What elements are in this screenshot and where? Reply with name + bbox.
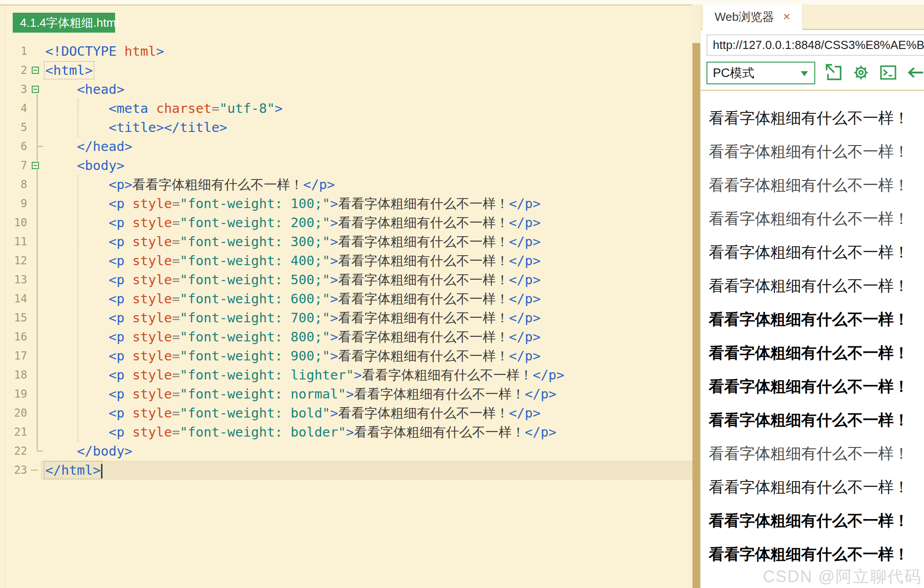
code-token: > (330, 348, 338, 364)
code-line: 11 <p style="font-weight: 300;">看看字体粗细有什… (0, 232, 692, 251)
code-text: <head> (45, 80, 125, 99)
code-token: <title></title> (45, 120, 227, 135)
line-number: 19 (5, 384, 27, 403)
code-token: = (172, 196, 179, 211)
code-line: 17 <p style="font-weight: 900;">看看字体粗细有什… (0, 346, 692, 365)
code-token: </p> (509, 196, 541, 211)
code-token: 看看字体粗细有什么不一样！ (338, 291, 509, 306)
fold-toggle-icon[interactable] (32, 86, 39, 93)
code-text: <p style="font-weight: 800;">看看字体粗细有什么不一… (45, 327, 541, 346)
app-window: 4.1.4字体粗细.html 1<!DOCTYPE html>2<html>3 … (0, 0, 924, 588)
chevron-down-icon (801, 71, 808, 76)
line-number: 4 (5, 99, 27, 118)
code-token: > (330, 291, 338, 306)
code-line: 13 <p style="font-weight: 500;">看看字体粗细有什… (0, 270, 692, 289)
fold-toggle-icon[interactable] (32, 162, 39, 169)
code-text: <p style="font-weight: 300;">看看字体粗细有什么不一… (45, 232, 541, 251)
code-token: = (172, 386, 179, 402)
line-number: 13 (5, 270, 27, 289)
code-token: </body> (45, 443, 132, 459)
code-token: 看看字体粗细有什么不一样！ (338, 310, 509, 326)
close-icon[interactable]: × (783, 5, 790, 29)
code-token: "font-weight: 200;" (180, 215, 330, 230)
tab-web-browser[interactable]: Web浏览器 × (702, 5, 803, 30)
code-token: </p> (509, 310, 541, 326)
code-token: > (275, 101, 282, 116)
code-line: 5 <title></title> (0, 118, 692, 137)
code-token: > (330, 272, 338, 287)
code-token: "font-weight: 500;" (180, 272, 330, 287)
code-token: = (172, 329, 179, 345)
code-token: > (330, 215, 338, 230)
code-token: </p> (303, 177, 335, 192)
rendered-paragraph-200: 看看字体粗细有什么不一样！ (709, 175, 909, 195)
code-token: </p> (509, 215, 541, 230)
code-token: <head> (45, 82, 125, 97)
code-token: <p (45, 196, 125, 211)
fold-toggle-icon[interactable] (32, 67, 39, 74)
rendered-paragraph-600: 看看字体粗细有什么不一样！ (709, 309, 909, 329)
code-line: 4 <meta charset="utf-8"> (0, 99, 692, 118)
code-token: = (172, 405, 179, 421)
code-text: <p>看看字体粗细有什么不一样！</p> (45, 175, 335, 194)
code-text: <body> (45, 156, 125, 175)
code-token: "font-weight: lighter" (180, 367, 354, 383)
back-arrow-icon[interactable] (905, 63, 924, 83)
code-text: </html> (45, 461, 102, 480)
code-text: </head> (45, 137, 132, 156)
line-number: 8 (5, 175, 27, 194)
line-number: 12 (5, 251, 27, 270)
code-editor[interactable]: 1<!DOCTYPE html>2<html>3 <head>4 <meta c… (0, 42, 692, 495)
code-token: > (330, 253, 338, 268)
code-token: </p> (509, 329, 541, 345)
code-text: <p style="font-weight: normal">看看字体粗细有什么… (45, 384, 556, 403)
code-token: 看看字体粗细有什么不一样！ (354, 386, 525, 402)
code-line: 9 <p style="font-weight: 100;">看看字体粗细有什么… (0, 194, 692, 213)
code-text: <meta charset="utf-8"> (45, 99, 283, 118)
code-token: = (172, 215, 179, 230)
code-token: "font-weight: 900;" (180, 348, 330, 364)
code-token: <p (45, 386, 125, 402)
code-line: 20 <p style="font-weight: bold">看看字体粗细有什… (0, 403, 692, 423)
code-token: <p (45, 329, 125, 345)
code-token: style (125, 272, 172, 287)
terminal-icon[interactable] (878, 63, 898, 83)
line-number: 5 (5, 118, 27, 137)
code-token: > (330, 196, 338, 211)
code-token: <p (45, 310, 125, 326)
code-token: style (125, 329, 172, 345)
editor-file-tab[interactable]: 4.1.4字体粗细.html (13, 13, 115, 33)
code-token: > (156, 44, 164, 59)
settings-gear-icon[interactable] (851, 63, 871, 83)
code-token: style (125, 253, 172, 268)
code-text: <p style="font-weight: 400;">看看字体粗细有什么不一… (45, 251, 541, 270)
code-text: <p style="font-weight: bold">看看字体粗细有什么不一… (45, 403, 541, 423)
code-token: = (172, 424, 179, 440)
rendered-paragraph-default: 看看字体粗细有什么不一样！ (709, 108, 909, 128)
code-token: </p> (509, 348, 541, 364)
code-token: <p (45, 272, 125, 287)
code-text: <p style="font-weight: 700;">看看字体粗细有什么不一… (45, 308, 541, 327)
minus-glyph (34, 70, 37, 71)
line-number: 1 (5, 42, 27, 61)
line-number: 23 (5, 461, 27, 480)
rendered-paragraph-500: 看看字体粗细有什么不一样！ (709, 276, 909, 296)
editor-panel-splitter[interactable] (692, 43, 700, 588)
code-token: </head> (45, 139, 132, 154)
code-token: 看看字体粗细有什么不一样！ (338, 405, 509, 421)
open-external-browser-icon[interactable] (823, 63, 843, 83)
code-token: html (116, 44, 156, 59)
code-token: style (125, 196, 172, 211)
code-token: > (346, 386, 354, 402)
code-token: = (212, 101, 219, 116)
code-token: 看看字体粗细有什么不一样！ (338, 253, 509, 268)
line-number: 9 (5, 194, 27, 213)
code-token: </p> (532, 367, 564, 383)
code-token: 看看字体粗细有什么不一样！ (338, 329, 509, 345)
mode-select[interactable]: PC模式 (706, 62, 815, 84)
matched-tag: </html> (45, 462, 101, 478)
url-input[interactable]: http://127.0.0.1:8848/CSS3%E8%AE%BE%E9 (706, 34, 924, 56)
code-line: 21 <p style="font-weight: bolder">看看字体粗细… (0, 423, 692, 442)
code-token: > (330, 234, 338, 249)
code-token: = (172, 291, 179, 306)
